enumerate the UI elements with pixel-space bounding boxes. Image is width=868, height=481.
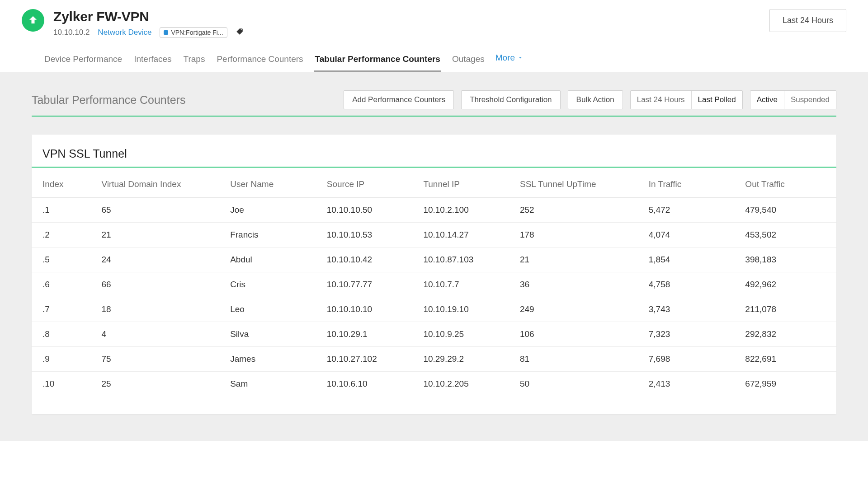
col-source-ip[interactable]: Source IP (321, 171, 418, 198)
tag-chip-label: VPN:Fortigate Fi... (171, 29, 223, 36)
cell-index: .5 (32, 248, 96, 272)
col-tunnel-ip[interactable]: Tunnel IP (418, 171, 514, 198)
col-virtual-domain-index[interactable]: Virtual Domain Index (96, 171, 225, 198)
cell-uptime[interactable]: 81 (514, 347, 643, 372)
toggle-active[interactable]: Active (750, 91, 784, 109)
cell-source-ip: 10.10.6.10 (321, 372, 418, 397)
cell-virtual-domain-index[interactable]: 25 (96, 372, 225, 397)
cell-user-name: Joe (225, 198, 321, 223)
vpn-ssl-tunnel-card: VPN SSL Tunnel Index Virtual Domain Inde… (32, 135, 836, 414)
time-range-button[interactable]: Last 24 Hours (769, 9, 846, 32)
cell-virtual-domain-index[interactable]: 21 (96, 223, 225, 248)
vpn-tunnel-table: Index Virtual Domain Index User Name Sou… (32, 171, 836, 396)
cell-in-traffic[interactable]: 4,758 (643, 272, 740, 297)
tab-traps[interactable]: Traps (183, 50, 206, 72)
cell-out-traffic[interactable]: 479,540 (740, 198, 836, 223)
table-row: .84Silva10.10.29.110.10.9.251067,323292,… (32, 322, 836, 347)
tag-icon[interactable] (236, 28, 244, 37)
cell-user-name: Cris (225, 272, 321, 297)
cell-index: .2 (32, 223, 96, 248)
col-user-name[interactable]: User Name (225, 171, 321, 198)
cell-source-ip: 10.10.27.102 (321, 347, 418, 372)
table-row: .221Francis10.10.10.5310.10.14.271784,07… (32, 223, 836, 248)
tab-outages[interactable]: Outages (451, 50, 486, 72)
table-row: .165Joe10.10.10.5010.10.2.1002525,472479… (32, 198, 836, 223)
more-tabs-dropdown[interactable]: More (495, 53, 523, 69)
cell-uptime[interactable]: 21 (514, 248, 643, 272)
add-performance-counters-button[interactable]: Add Performance Counters (344, 90, 454, 109)
card-title: VPN SSL Tunnel (42, 147, 826, 160)
cell-in-traffic[interactable]: 7,323 (643, 322, 740, 347)
cell-index: .7 (32, 297, 96, 322)
cell-tunnel-ip: 10.10.7.7 (418, 272, 514, 297)
cell-source-ip: 10.10.29.1 (321, 322, 418, 347)
toggle-last-polled[interactable]: Last Polled (691, 91, 742, 109)
cell-tunnel-ip: 10.10.14.27 (418, 223, 514, 248)
section-title: Tabular Performance Counters (32, 93, 336, 107)
tab-performance-counters[interactable]: Performance Counters (216, 50, 304, 72)
cell-user-name: Francis (225, 223, 321, 248)
col-ssl-tunnel-uptime[interactable]: SSL Tunnel UpTime (514, 171, 643, 198)
bulk-action-button[interactable]: Bulk Action (568, 90, 623, 109)
cell-uptime[interactable]: 106 (514, 322, 643, 347)
col-index[interactable]: Index (32, 171, 96, 198)
chevron-down-icon (518, 55, 523, 61)
cell-virtual-domain-index[interactable]: 65 (96, 198, 225, 223)
cell-uptime[interactable]: 36 (514, 272, 643, 297)
cell-uptime[interactable]: 50 (514, 372, 643, 397)
cell-uptime[interactable]: 178 (514, 223, 643, 248)
cell-out-traffic[interactable]: 492,962 (740, 272, 836, 297)
cell-uptime[interactable]: 252 (514, 198, 643, 223)
cell-source-ip: 10.10.77.77 (321, 272, 418, 297)
device-ip: 10.10.10.2 (53, 28, 90, 37)
device-title: Zylker FW-VPN (53, 9, 760, 24)
cell-out-traffic[interactable]: 211,078 (740, 297, 836, 322)
table-row: .718Leo10.10.10.1010.10.19.102493,743211… (32, 297, 836, 322)
cell-source-ip: 10.10.10.50 (321, 198, 418, 223)
cell-in-traffic[interactable]: 5,472 (643, 198, 740, 223)
cell-index: .1 (32, 198, 96, 223)
cell-user-name: Abdul (225, 248, 321, 272)
state-toggle-group: Active Suspended (750, 90, 836, 109)
cell-out-traffic[interactable]: 672,959 (740, 372, 836, 397)
tag-color-dot (164, 30, 168, 35)
cell-out-traffic[interactable]: 822,691 (740, 347, 836, 372)
cell-in-traffic[interactable]: 3,743 (643, 297, 740, 322)
cell-out-traffic[interactable]: 398,183 (740, 248, 836, 272)
cell-in-traffic[interactable]: 2,413 (643, 372, 740, 397)
cell-virtual-domain-index[interactable]: 75 (96, 347, 225, 372)
tab-interfaces[interactable]: Interfaces (133, 50, 172, 72)
cell-user-name: Sam (225, 372, 321, 397)
cell-user-name: Leo (225, 297, 321, 322)
toggle-last-24-hours[interactable]: Last 24 Hours (631, 91, 691, 109)
cell-user-name: James (225, 347, 321, 372)
tab-tabular-performance-counters[interactable]: Tabular Performance Counters (314, 50, 441, 72)
cell-index: .8 (32, 322, 96, 347)
toggle-suspended[interactable]: Suspended (784, 91, 836, 109)
cell-in-traffic[interactable]: 1,854 (643, 248, 740, 272)
cell-virtual-domain-index[interactable]: 66 (96, 272, 225, 297)
col-in-traffic[interactable]: In Traffic (643, 171, 740, 198)
cell-virtual-domain-index[interactable]: 24 (96, 248, 225, 272)
tab-device-performance[interactable]: Device Performance (43, 50, 123, 72)
cell-out-traffic[interactable]: 292,832 (740, 322, 836, 347)
cell-out-traffic[interactable]: 453,502 (740, 223, 836, 248)
cell-in-traffic[interactable]: 4,074 (643, 223, 740, 248)
threshold-configuration-button[interactable]: Threshold Configuration (461, 90, 560, 109)
cell-tunnel-ip: 10.10.87.103 (418, 248, 514, 272)
table-header-row: Index Virtual Domain Index User Name Sou… (32, 171, 836, 198)
cell-tunnel-ip: 10.10.19.10 (418, 297, 514, 322)
network-device-link[interactable]: Network Device (98, 28, 151, 37)
cell-tunnel-ip: 10.10.2.100 (418, 198, 514, 223)
cell-index: .9 (32, 347, 96, 372)
cell-source-ip: 10.10.10.10 (321, 297, 418, 322)
cell-in-traffic[interactable]: 7,698 (643, 347, 740, 372)
cell-virtual-domain-index[interactable]: 4 (96, 322, 225, 347)
col-out-traffic[interactable]: Out Traffic (740, 171, 836, 198)
vpn-tag-chip[interactable]: VPN:Fortigate Fi... (160, 27, 227, 38)
cell-tunnel-ip: 10.10.2.205 (418, 372, 514, 397)
cell-index: .6 (32, 272, 96, 297)
cell-uptime[interactable]: 249 (514, 297, 643, 322)
cell-source-ip: 10.10.10.42 (321, 248, 418, 272)
cell-virtual-domain-index[interactable]: 18 (96, 297, 225, 322)
